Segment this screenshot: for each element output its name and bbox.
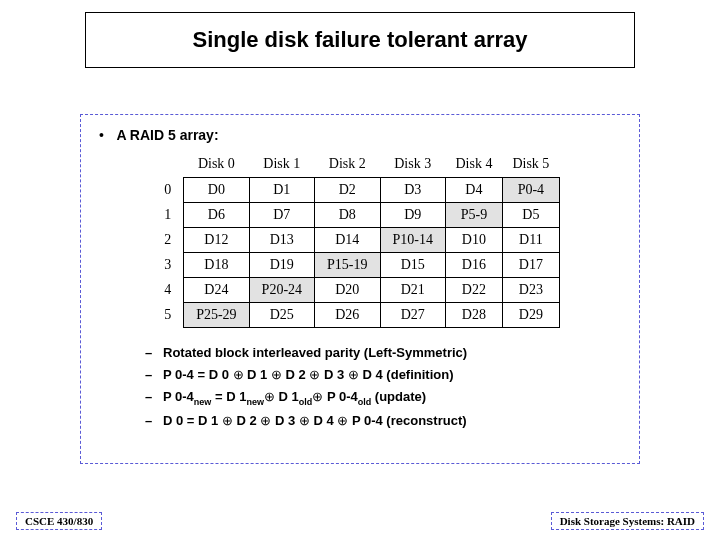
row-header: 1: [160, 203, 184, 228]
data-cell: D2: [315, 178, 380, 203]
data-cell: D25: [249, 303, 314, 328]
parity-cell: P0-4: [502, 178, 559, 203]
data-cell: D13: [249, 228, 314, 253]
row-header: 3: [160, 253, 184, 278]
data-cell: D11: [502, 228, 559, 253]
data-cell: D9: [380, 203, 445, 228]
content-box: • A RAID 5 array: Disk 0Disk 1Disk 2Disk…: [80, 114, 640, 464]
data-cell: D5: [502, 203, 559, 228]
data-cell: D20: [315, 278, 380, 303]
data-cell: D15: [380, 253, 445, 278]
row-header: 2: [160, 228, 184, 253]
data-cell: D26: [315, 303, 380, 328]
parity-cell: P20-24: [249, 278, 314, 303]
footer-right: Disk Storage Systems: RAID: [551, 512, 704, 530]
bullet-3: –P 0-4new = D 1new⊕ D 1old⊕ P 0-4old (up…: [145, 386, 621, 410]
data-cell: D3: [380, 178, 445, 203]
data-cell: D29: [502, 303, 559, 328]
data-cell: D0: [184, 178, 249, 203]
row-header: 4: [160, 278, 184, 303]
col-header: Disk 3: [380, 153, 445, 178]
bullet-1: –Rotated block interleaved parity (Left-…: [145, 342, 621, 364]
table-row: 5P25-29D25D26D27D28D29: [160, 303, 559, 328]
data-cell: D28: [445, 303, 502, 328]
data-cell: D8: [315, 203, 380, 228]
raid-table-wrap: Disk 0Disk 1Disk 2Disk 3Disk 4Disk 5 0D0…: [99, 153, 621, 328]
table-row: 1D6D7D8D9P5-9D5: [160, 203, 559, 228]
data-cell: D23: [502, 278, 559, 303]
data-cell: D6: [184, 203, 249, 228]
col-header: Disk 1: [249, 153, 314, 178]
parity-cell: P5-9: [445, 203, 502, 228]
data-cell: D14: [315, 228, 380, 253]
parity-cell: P25-29: [184, 303, 249, 328]
table-row: 3D18D19P15-19D15D16D17: [160, 253, 559, 278]
table-row: 4D24P20-24D20D21D22D23: [160, 278, 559, 303]
data-cell: D10: [445, 228, 502, 253]
bullet-4: –D 0 = D 1 ⊕ D 2 ⊕ D 3 ⊕ D 4 ⊕ P 0-4 (re…: [145, 410, 621, 432]
parity-cell: P10-14: [380, 228, 445, 253]
data-cell: D27: [380, 303, 445, 328]
row-header: 5: [160, 303, 184, 328]
parity-cell: P15-19: [315, 253, 380, 278]
data-cell: D7: [249, 203, 314, 228]
col-header: Disk 2: [315, 153, 380, 178]
heading-text: A RAID 5 array:: [116, 127, 218, 143]
data-cell: D24: [184, 278, 249, 303]
data-cell: D12: [184, 228, 249, 253]
raid-table: Disk 0Disk 1Disk 2Disk 3Disk 4Disk 5 0D0…: [160, 153, 560, 328]
data-cell: D19: [249, 253, 314, 278]
data-cell: D21: [380, 278, 445, 303]
footer-left: CSCE 430/830: [16, 512, 102, 530]
table-row: 0D0D1D2D3D4P0-4: [160, 178, 559, 203]
data-cell: D18: [184, 253, 249, 278]
col-header: Disk 4: [445, 153, 502, 178]
data-cell: D17: [502, 253, 559, 278]
bullet-2: –P 0-4 = D 0 ⊕ D 1 ⊕ D 2 ⊕ D 3 ⊕ D 4 (de…: [145, 364, 621, 386]
data-cell: D4: [445, 178, 502, 203]
data-cell: D22: [445, 278, 502, 303]
col-header: Disk 0: [184, 153, 249, 178]
col-header-blank: [160, 153, 184, 178]
col-header: Disk 5: [502, 153, 559, 178]
data-cell: D16: [445, 253, 502, 278]
slide-title: Single disk failure tolerant array: [192, 27, 527, 53]
row-header: 0: [160, 178, 184, 203]
table-row: 2D12D13D14P10-14D10D11: [160, 228, 559, 253]
bullet-list: –Rotated block interleaved parity (Left-…: [145, 342, 621, 432]
data-cell: D1: [249, 178, 314, 203]
title-box: Single disk failure tolerant array: [85, 12, 635, 68]
bullet-dot: •: [99, 127, 113, 143]
heading-line: • A RAID 5 array:: [99, 127, 621, 143]
